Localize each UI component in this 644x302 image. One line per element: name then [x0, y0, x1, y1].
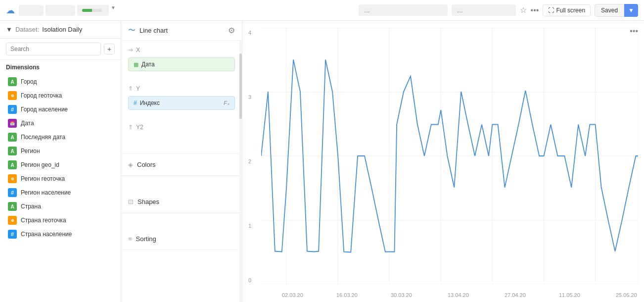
breadcrumb-pills: ▼: [19, 5, 116, 16]
saved-button[interactable]: Saved: [595, 4, 624, 17]
more-options-button[interactable]: •••: [531, 6, 539, 15]
x-axis-label: ⇒ X: [128, 47, 235, 53]
sorting-icon: ≡: [128, 235, 132, 243]
chart-settings-button[interactable]: ⚙: [228, 26, 235, 35]
dimensions-title: Dimensions: [6, 64, 115, 71]
x-label-7: 25.05.20: [616, 292, 637, 298]
left-panel: ▼ Dataset: Isolation Daily + Dimensions …: [0, 21, 121, 302]
dataset-chevron[interactable]: ▼: [6, 26, 12, 33]
dim-name: Город геоточка: [21, 92, 62, 99]
search-row: +: [0, 39, 121, 60]
y-field-chip[interactable]: # Индекс Fₓ: [128, 96, 235, 110]
shapes-label: Shapes: [138, 198, 159, 205]
fx-button[interactable]: Fₓ: [224, 100, 230, 106]
y2-axis-arrow: ⇑: [128, 124, 133, 131]
dim-badge-a: A: [8, 77, 17, 86]
list-item[interactable]: ⊕ Город геоточка: [6, 89, 115, 102]
middle-scroll: ⇒ X ▦ Дата ⇑ Y: [121, 41, 242, 302]
y-axis-arrow: ⇑: [128, 85, 133, 92]
y-label-3: 3: [248, 94, 251, 100]
list-item[interactable]: A Страна: [6, 200, 115, 213]
colors-label: Colors: [137, 161, 156, 168]
dim-badge-a: A: [8, 147, 17, 155]
chart-area: ••• 4 3 2 1 0 02.03.20 16.03.20 30.03.20…: [242, 21, 644, 302]
dim-name: Город население: [21, 106, 68, 113]
y-axis-text: Y: [136, 85, 140, 92]
dim-name: Регион население: [21, 189, 71, 196]
dim-badge-hash: #: [8, 188, 17, 197]
x-field-chip[interactable]: ▦ Дата: [128, 57, 235, 71]
breadcrumb-pill-2[interactable]: [46, 5, 75, 16]
list-item[interactable]: # Город население: [6, 102, 115, 116]
top-bar: ☁ ▼ ☆ ••• ⛶ Full screen Saved: [0, 0, 644, 21]
fullscreen-button[interactable]: ⛶ Full screen: [543, 4, 591, 16]
y-axis-label: ⇑ Y: [128, 85, 235, 92]
progress-pill[interactable]: [77, 5, 109, 16]
x-axis-arrow: ⇒: [128, 47, 133, 53]
main-area: ▼ Dataset: Isolation Daily + Dimensions …: [0, 21, 644, 302]
divider-2: [121, 176, 242, 176]
dim-name: Страна геоточка: [21, 217, 66, 224]
y-label-1: 1: [248, 223, 251, 229]
dataset-header: ▼ Dataset: Isolation Daily: [0, 21, 121, 39]
colors-icon: ◈: [128, 161, 133, 168]
sorting-label: Sorting: [136, 235, 156, 243]
x-label-2: 16.03.20: [336, 292, 358, 298]
y-label-4: 4: [248, 30, 251, 36]
dim-name: Дата: [21, 120, 34, 127]
breadcrumb-pill-1[interactable]: [19, 5, 44, 16]
y-label-2: 2: [248, 158, 251, 164]
line-chart-svg: [261, 28, 638, 284]
list-item[interactable]: 📅 Дата: [6, 116, 115, 130]
x-field-name: Дата: [141, 61, 155, 68]
list-item[interactable]: A Регион geo_id: [6, 158, 115, 172]
y-field-icon: #: [134, 100, 137, 106]
list-item[interactable]: A Последняя дата: [6, 130, 115, 144]
dataset-name: Isolation Daily: [42, 26, 82, 33]
y-axis-section: ⇑ Y # Индекс Fₓ: [121, 79, 242, 114]
y2-axis-section: ⇑ Y2: [121, 118, 242, 139]
search-input[interactable]: [6, 43, 101, 55]
dim-name: Регион geo_id: [21, 161, 59, 168]
dim-name: Регион: [21, 148, 40, 154]
x-axis-text: X: [136, 47, 140, 53]
list-item[interactable]: # Страна население: [6, 227, 115, 241]
dim-badge-geo: ⊕: [8, 174, 17, 183]
dim-badge-a: A: [8, 202, 17, 211]
save-dropdown-button[interactable]: ▼: [624, 4, 638, 17]
divider-3: [121, 213, 242, 213]
top-bar-left: ☁ ▼: [6, 5, 355, 16]
shapes-section[interactable]: ⊡ Shapes: [121, 191, 242, 213]
x-label-3: 30.03.20: [391, 292, 412, 298]
dim-name: Страна: [21, 203, 41, 210]
list-item[interactable]: ⊕ Регион геоточка: [6, 172, 115, 186]
subtitle-input[interactable]: [452, 4, 516, 16]
star-button[interactable]: ☆: [520, 5, 527, 15]
line-chart-icon: 〜: [128, 26, 136, 35]
fullscreen-icon: ⛶: [548, 7, 554, 14]
dim-badge-hash: #: [8, 230, 17, 239]
list-item[interactable]: A Регион: [6, 144, 115, 158]
dimensions-section: Dimensions A Город ⊕ Город геоточка # Го…: [0, 60, 121, 302]
cloud-icon: ☁: [6, 5, 15, 16]
list-item[interactable]: ⊕ Страна геоточка: [6, 213, 115, 227]
x-label-6: 11.05.20: [559, 292, 580, 298]
app-container: ☁ ▼ ☆ ••• ⛶ Full screen Saved: [0, 0, 644, 302]
sorting-section[interactable]: ≡ Sorting: [121, 228, 242, 250]
y-field-name: Индекс: [140, 100, 160, 106]
dim-badge-geo: ⊕: [8, 91, 17, 100]
middle-panel: 〜 Line chart ⚙ ⇒ X ▦ Дата: [121, 21, 242, 302]
center-bar: ☆ •••: [359, 4, 539, 16]
colors-section[interactable]: ◈ Colors: [121, 154, 242, 176]
chart-type-label: 〜 Line chart: [128, 26, 168, 35]
scrollbar-thumb[interactable]: [239, 53, 242, 119]
list-item[interactable]: A Город: [6, 75, 115, 89]
breadcrumb-chevron[interactable]: ▼: [111, 5, 116, 16]
title-input[interactable]: [359, 4, 448, 16]
dataset-label: Dataset:: [15, 26, 39, 33]
x-field-inner: ▦ Дата: [134, 61, 155, 68]
dim-badge-a: A: [8, 160, 17, 169]
add-field-button[interactable]: +: [104, 44, 115, 54]
dim-name: Город: [21, 78, 37, 85]
list-item[interactable]: # Регион население: [6, 186, 115, 200]
